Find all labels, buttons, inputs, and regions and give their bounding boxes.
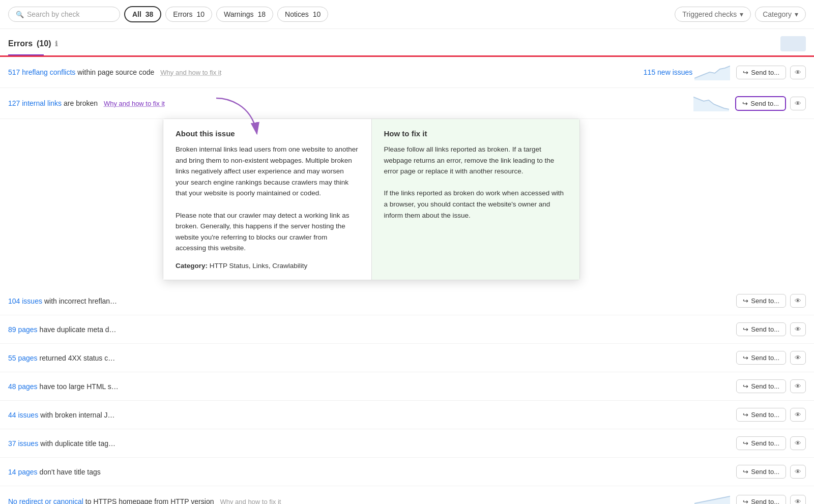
- section-folder-icon: [780, 36, 806, 51]
- issue-row: No redirect or canonical to HTTPS homepa…: [0, 486, 814, 504]
- issue-link[interactable]: 89 pages: [8, 325, 38, 334]
- send-icon: ↪: [743, 411, 748, 419]
- issue-row: 37 issues with duplicate title tag… ↪ Se…: [0, 429, 814, 458]
- tooltip-about-title: About this issue: [176, 129, 359, 138]
- issue-link[interactable]: 517 hreflang conflicts: [8, 68, 75, 76]
- new-issues-link[interactable]: 115 new issues: [644, 68, 693, 76]
- eye-button[interactable]: 👁: [790, 465, 806, 479]
- send-button[interactable]: ↪ Send to...: [736, 66, 786, 79]
- send-button[interactable]: ↪ Send to...: [736, 294, 786, 308]
- search-box[interactable]: 🔍 Search by check: [8, 7, 120, 22]
- eye-icon: 👁: [795, 69, 801, 76]
- eye-button[interactable]: 👁: [790, 97, 806, 110]
- issue-rest-text: have too large HTML s…: [40, 382, 119, 391]
- send-icon: ↪: [743, 325, 748, 333]
- send-icon: ↪: [743, 498, 748, 505]
- send-button[interactable]: ↪ Send to...: [736, 436, 786, 450]
- send-button[interactable]: ↪ Send to...: [736, 379, 786, 393]
- fix-link-purple[interactable]: Why and how to fix it: [104, 100, 165, 107]
- tooltip-fix-title: How to fix it: [384, 129, 568, 138]
- filter-all[interactable]: All 38: [124, 6, 161, 22]
- issue-row-broken-links: 127 internal links are broken Why and ho…: [0, 88, 814, 119]
- eye-button[interactable]: 👁: [790, 322, 806, 336]
- fix-link[interactable]: Why and how to fix it: [220, 498, 281, 505]
- section-title: Errors (10) ℹ: [0, 29, 814, 54]
- tooltip-popup: About this issue Broken internal links l…: [163, 118, 580, 280]
- send-button[interactable]: ↪ Send to...: [736, 351, 786, 365]
- eye-button[interactable]: 👁: [790, 351, 806, 365]
- eye-button[interactable]: 👁: [790, 408, 806, 422]
- send-button[interactable]: ↪ Send to...: [736, 408, 786, 422]
- eye-icon: 👁: [795, 100, 801, 107]
- send-icon: ↪: [743, 382, 748, 390]
- chevron-down-icon: ▾: [740, 10, 743, 18]
- issue-rest-text: with duplicate title tag…: [40, 439, 115, 448]
- tooltip-left-panel: About this issue Broken internal links l…: [163, 119, 372, 280]
- issue-link[interactable]: No redirect or canonical: [8, 497, 83, 504]
- eye-button[interactable]: 👁: [790, 436, 806, 450]
- filter-notices[interactable]: Notices 10: [277, 7, 328, 22]
- issue-row: 44 issues with broken internal J… ↪ Send…: [0, 401, 814, 429]
- send-icon: ↪: [743, 297, 748, 305]
- send-icon: ↪: [743, 468, 748, 476]
- issue-rest-text: returned 4XX status c…: [40, 354, 115, 362]
- tooltip-right-panel: How to fix it Please follow all links re…: [372, 119, 580, 280]
- issue-row: 55 pages returned 4XX status c… ↪ Send t…: [0, 344, 814, 372]
- fix-link[interactable]: Why and how to fix it: [160, 69, 221, 76]
- send-icon: ↪: [742, 100, 748, 107]
- issue-rest-text: don't have title tags: [40, 468, 101, 476]
- filter-warnings[interactable]: Warnings 18: [216, 7, 273, 22]
- issue-rest-text: to HTTPS homepage from HTTP version: [85, 497, 214, 504]
- issue-rest-text: with broken internal J…: [40, 411, 114, 419]
- issue-link[interactable]: 14 pages: [8, 468, 38, 476]
- issue-link[interactable]: 104 issues: [8, 297, 42, 305]
- send-icon: ↪: [743, 439, 748, 447]
- filter-bar: 🔍 Search by check All 38 Errors 10 Warni…: [0, 0, 814, 29]
- send-button[interactable]: ↪ Send to...: [736, 495, 786, 505]
- eye-button[interactable]: 👁: [790, 379, 806, 393]
- issue-link[interactable]: 55 pages: [8, 354, 38, 362]
- filter-errors[interactable]: Errors 10: [165, 7, 212, 22]
- send-button-highlighted[interactable]: ↪ Send to...: [735, 96, 786, 111]
- section-count: (10): [37, 39, 51, 48]
- send-button[interactable]: ↪ Send to...: [736, 322, 786, 336]
- eye-button[interactable]: 👁: [790, 294, 806, 308]
- category-dropdown[interactable]: Category ▾: [755, 7, 806, 22]
- tooltip-category: Category: HTTP Status, Links, Crawlabili…: [176, 262, 359, 270]
- issue-row: 104 issues with incorrect hreflan… ↪ Sen…: [0, 287, 814, 315]
- issue-row: 89 pages have duplicate meta d… ↪ Send t…: [0, 315, 814, 344]
- issue-row: 14 pages don't have title tags ↪ Send to…: [0, 458, 814, 486]
- svg-marker-3: [694, 496, 730, 504]
- chevron-down-icon: ▾: [795, 10, 798, 18]
- send-icon: ↪: [743, 69, 748, 76]
- issue-rest-text: are broken: [64, 99, 98, 107]
- search-icon: 🔍: [16, 11, 24, 18]
- issues-list: 517 hreflang conflicts within page sourc…: [0, 57, 814, 504]
- mini-chart: [694, 64, 730, 80]
- issue-link[interactable]: 44 issues: [8, 411, 38, 419]
- issue-row: 517 hreflang conflicts within page sourc…: [0, 57, 814, 88]
- info-icon[interactable]: ℹ: [55, 40, 57, 48]
- tooltip-fix-body: Please follow all links reported as brok…: [384, 144, 568, 221]
- issue-row: 48 pages have too large HTML s… ↪ Send t…: [0, 372, 814, 401]
- send-icon: ↪: [743, 354, 748, 362]
- search-placeholder: Search by check: [27, 10, 80, 18]
- tooltip-about-body: Broken internal links lead users from on…: [176, 144, 359, 254]
- issue-link[interactable]: 48 pages: [8, 382, 38, 391]
- section-heading: Errors: [8, 39, 33, 48]
- issue-link[interactable]: 37 issues: [8, 439, 38, 448]
- eye-icon: 👁: [795, 297, 801, 305]
- triggered-checks-dropdown[interactable]: Triggered checks ▾: [675, 7, 751, 22]
- issue-rest-text: within page source code: [77, 68, 154, 76]
- mini-chart: [694, 493, 730, 504]
- mini-chart: [693, 95, 729, 111]
- eye-button[interactable]: 👁: [790, 66, 806, 79]
- issue-rest-text: with incorrect hreflan…: [44, 297, 117, 305]
- svg-marker-0: [694, 66, 730, 80]
- issue-link[interactable]: 127 internal links: [8, 99, 62, 107]
- eye-button[interactable]: 👁: [790, 495, 806, 505]
- send-button[interactable]: ↪ Send to...: [736, 465, 786, 479]
- issue-rest-text: have duplicate meta d…: [40, 325, 117, 334]
